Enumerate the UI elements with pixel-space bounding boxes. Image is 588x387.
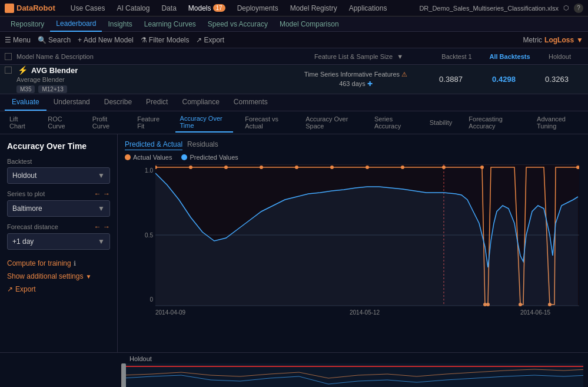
model-subtitle: Average Blender [16,76,287,83]
y-axis-ticks: 1.0 0.5 0 [137,164,153,306]
nav-models[interactable]: Models 17 [182,0,231,16]
tab-understand[interactable]: Understand [46,94,97,111]
export-link[interactable]: ↗ Export [7,285,110,293]
chart-tab-residuals[interactable]: Residuals [187,139,218,150]
metric-chevron-icon[interactable]: ▼ [576,36,583,44]
logo-icon [5,4,14,13]
metric-selector[interactable]: Metric LogLoss ▼ [523,36,583,44]
compute-info-icon: ℹ [74,260,76,267]
series-arrows-icon[interactable]: ← → [94,190,110,198]
backtest-label: Backtest [7,158,110,165]
series-chevron-icon: ▼ [98,204,105,213]
chart-nav-stability[interactable]: Stability [425,117,457,128]
y-tick-0: 0 [137,296,153,303]
nav-use-cases[interactable]: Use Cases [65,0,111,16]
show-settings-link[interactable]: Show additional settings ▼ [7,272,110,280]
left-panel: Accuracy Over Time Backtest Holdout ▼ Se… [0,134,118,352]
chart-navigation: Lift Chart ROC Curve Profit Curve Featur… [0,111,588,134]
actual-dot [480,166,484,169]
export-chart-icon: ↗ [7,285,13,293]
holdout-score: 0.3263 [530,75,583,84]
y-axis-label-container: Fraction of True [125,164,137,317]
model-checkbox[interactable] [5,67,12,74]
export-icon: ↗ [196,36,202,44]
sub-nav-insights[interactable]: Insights [102,16,138,32]
holdout-column-header: Holdout [536,53,583,60]
model-info: ⚡ AVG Blender Average Blender M35 M12+13 [5,65,287,93]
model-name-column-header: Model Name & Description [5,53,287,60]
share-icon[interactable]: ⬡ [563,4,569,12]
sub-nav-speed-vs-accuracy[interactable]: Speed vs Accuracy [202,16,274,32]
filter-models-button[interactable]: ⚗ Filter Models [141,36,190,44]
mini-chart-container: Holdout [0,352,588,387]
chart-nav-accuracy-over-space[interactable]: Accuracy Over Space [301,113,363,132]
nav-ai-catalog[interactable]: AI Catalog [111,0,155,16]
sub-nav-repository[interactable]: Repository [5,16,50,32]
chart-nav-advanced-tuning[interactable]: Advanced Tuning [532,113,583,132]
help-icon[interactable]: ? [574,4,583,13]
chart-nav-lift[interactable]: Lift Chart [5,113,36,132]
x-tick-start: 2014-04-09 [155,309,186,316]
sub-nav-leaderboard[interactable]: Leaderboard [50,16,102,32]
tab-evaluate[interactable]: Evaluate [5,94,46,111]
section-title: Accuracy Over Time [7,141,110,151]
actual-dot [224,166,228,169]
chart-nav-profit[interactable]: Profit Curve [88,113,125,132]
show-settings-chevron-icon: ▼ [85,273,91,280]
search-icon: 🔍 [38,36,46,44]
mini-chart-svg [5,363,583,387]
compute-training-link[interactable]: Compute for training ℹ [7,259,110,267]
chart-area: Predicted & Actual Residuals Actual Valu… [118,134,588,352]
nav-applications[interactable]: Applications [343,0,393,16]
sub-nav-learning-curves[interactable]: Learning Curves [138,16,202,32]
model-icon: ⚡ [18,65,28,75]
nav-data[interactable]: Data [155,0,182,16]
search-button[interactable]: 🔍 Search [38,36,71,44]
model-tags: M35 M12+13 [16,85,287,93]
top-navigation: DataRobot Use Cases AI Catalog Data Mode… [0,0,588,16]
legend-actual-dot [125,154,131,160]
filter-icon: ⚗ [141,36,147,44]
tab-compliance[interactable]: Compliance [175,94,226,111]
forecast-label: Forecast distance ← → [7,223,110,231]
nav-deployments[interactable]: Deployments [231,0,284,16]
model-name: AVG Blender [31,66,78,75]
feature-filter-icon[interactable]: ▼ [397,53,403,60]
series-label: Series to plot ← → [7,190,110,198]
chart-legend: Actual Values Predicted Values [125,154,581,161]
actual-dot [260,166,263,169]
sub-nav-model-comparison[interactable]: Model Comparison [274,16,345,32]
forecast-arrows-icon[interactable]: ← → [94,223,110,231]
all-backtests-score: 0.4298 [477,75,530,84]
y-tick-1.0: 1.0 [137,167,153,174]
backtest-select[interactable]: Holdout ▼ [7,167,110,184]
feature-column-header: Feature List & Sample Size ▼ [287,53,430,60]
export-button[interactable]: ↗ Export [196,36,224,44]
main-content: Accuracy Over Time Backtest Holdout ▼ Se… [0,134,588,352]
chart-tab-predicted-actual[interactable]: Predicted & Actual [125,139,182,150]
add-icon: + [78,36,82,44]
chart-nav-forecast-vs-actual[interactable]: Forecast vs Actual [240,113,294,132]
forecast-select[interactable]: +1 day ▼ [7,233,110,250]
chart-nav-feature-fit[interactable]: Feature Fit [132,113,168,132]
tab-predict[interactable]: Predict [139,94,175,111]
x-tick-mid: 2014-05-12 [350,309,380,316]
legend-predicted: Predicted Values [181,154,238,161]
evaluate-tabs: Evaluate Understand Describe Predict Com… [0,94,588,111]
tab-comments[interactable]: Comments [227,94,275,111]
chart-nav-accuracy-over-time[interactable]: Accuracy Over Time [175,113,234,133]
chart-nav-forecasting-accuracy[interactable]: Forecasting Accuracy [464,113,525,132]
menu-button[interactable]: ☰ Menu [5,36,31,44]
series-select[interactable]: Baltimore ▼ [7,200,110,217]
select-all-checkbox[interactable] [5,53,12,60]
feature-warning-icon: ⚠ [401,71,407,78]
logo-text: DataRobot [16,4,55,12]
chart-nav-roc[interactable]: ROC Curve [43,113,80,132]
metric-value[interactable]: LogLoss [544,36,574,44]
tab-describe[interactable]: Describe [97,94,139,111]
y-tick-0.5: 0.5 [137,232,153,239]
nav-model-registry[interactable]: Model Registry [284,0,343,16]
chart-nav-series-accuracy[interactable]: Series Accuracy [370,113,418,132]
model-row[interactable]: ⚡ AVG Blender Average Blender M35 M12+13… [0,65,588,94]
add-model-button[interactable]: + Add New Model [78,36,134,44]
